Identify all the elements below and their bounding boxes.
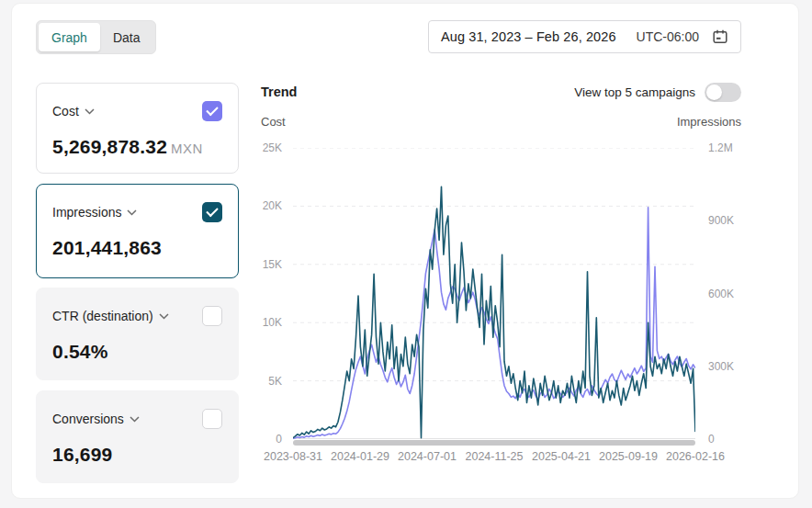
metric-value-impressions: 201,441,863 — [52, 237, 222, 259]
metric-checkbox-impressions[interactable] — [202, 202, 222, 222]
axis-tick-label: 600K — [708, 287, 763, 301]
axis-tick-label: 2026-02-16 — [657, 450, 734, 463]
metric-value-cost: 5,269,878.32MXN — [52, 136, 222, 158]
metric-label-impressions: Impressions — [52, 205, 121, 220]
axis-tick-label: 2024-01-29 — [321, 450, 399, 463]
chevron-down-icon[interactable] — [130, 416, 140, 423]
toggle-knob — [706, 85, 722, 100]
top-campaigns-control: View top 5 campaigns — [574, 83, 741, 102]
view-switcher: Graph Data — [36, 20, 156, 54]
metric-label-conversions: Conversions — [52, 412, 124, 426]
metric-card-ctr[interactable]: CTR (destination) 0.54% — [36, 288, 239, 380]
chart-scrollbar[interactable] — [293, 440, 695, 446]
tab-data[interactable]: Data — [100, 23, 153, 51]
right-axis-title: Impressions — [677, 115, 741, 129]
axis-tick-label: 0 — [232, 432, 282, 446]
axis-tick-label: 10K — [232, 315, 282, 330]
date-range-picker[interactable]: Aug 31, 2023 – Feb 26, 2026 UTC-06:00 — [428, 20, 741, 53]
axis-tick-label: 5K — [232, 374, 282, 389]
currency-suffix: MXN — [171, 141, 203, 156]
metric-card-conversions[interactable]: Conversions 16,699 — [36, 390, 239, 483]
trend-line-chart[interactable] — [293, 148, 695, 439]
metric-checkbox-cost[interactable] — [202, 101, 222, 121]
metric-label-cost: Cost — [52, 104, 79, 119]
axis-tick-label: 300K — [708, 359, 763, 374]
chart-title: Trend — [261, 85, 297, 99]
metric-card-impressions[interactable]: Impressions 201,441,863 — [36, 184, 239, 278]
chevron-down-icon[interactable] — [127, 209, 137, 216]
metric-value-ctr: 0.54% — [52, 341, 222, 363]
metric-value-conversions: 16,699 — [52, 444, 222, 466]
chevron-down-icon[interactable] — [85, 108, 95, 115]
metric-label-ctr: CTR (destination) — [52, 309, 153, 323]
metric-checkbox-ctr[interactable] — [202, 306, 222, 326]
axis-tick-label: 900K — [708, 213, 763, 228]
left-axis-title: Cost — [261, 115, 286, 129]
series-impressions-line — [293, 186, 695, 437]
date-range-value: Aug 31, 2023 – Feb 26, 2026 — [441, 29, 616, 44]
axis-tick-label: 2024-11-25 — [456, 450, 533, 463]
top-campaigns-label: View top 5 campaigns — [574, 85, 695, 99]
axis-tick-label: 25K — [232, 141, 282, 155]
axis-tick-label: 0 — [708, 432, 763, 446]
axis-tick-label: 2025-09-19 — [590, 450, 667, 463]
tab-graph[interactable]: Graph — [39, 23, 100, 51]
axis-tick-label: 2025-04-21 — [523, 450, 600, 463]
main-panel: Graph Data Aug 31, 2023 – Feb 26, 2026 U… — [11, 3, 799, 499]
axis-tick-label: 2024-07-01 — [389, 450, 466, 463]
top-campaigns-toggle[interactable] — [705, 83, 741, 102]
axis-tick-label: 20K — [232, 198, 282, 213]
axis-tick-label: 1.2M — [708, 141, 763, 155]
axis-tick-label: 15K — [232, 257, 282, 272]
metric-checkbox-conversions[interactable] — [202, 409, 222, 429]
chevron-down-icon[interactable] — [159, 313, 169, 320]
timezone-label: UTC-06:00 — [637, 29, 699, 44]
calendar-icon — [712, 28, 728, 45]
metric-card-cost[interactable]: Cost 5,269,878.32MXN — [36, 83, 239, 174]
axis-tick-label: 2023-08-31 — [254, 450, 332, 463]
